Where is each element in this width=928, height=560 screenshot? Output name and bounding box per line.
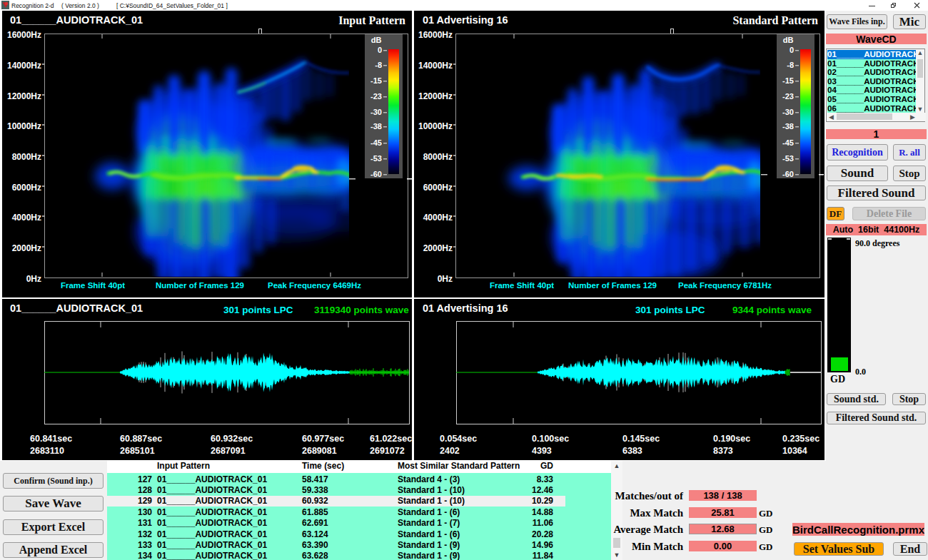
svg-text:-45: -45 bbox=[370, 138, 382, 147]
svg-text:dB: dB bbox=[783, 36, 794, 44]
svg-text:-60: -60 bbox=[782, 170, 794, 178]
svg-text:-15: -15 bbox=[782, 76, 794, 85]
svg-text:-60: -60 bbox=[370, 170, 382, 178]
svg-text:-23: -23 bbox=[370, 92, 382, 101]
svg-text:-53: -53 bbox=[782, 154, 794, 163]
svg-text:dB: dB bbox=[371, 36, 382, 44]
svg-text:-30: -30 bbox=[782, 108, 794, 116]
svg-text:0: 0 bbox=[790, 46, 794, 54]
svg-text:-8: -8 bbox=[375, 61, 382, 69]
svg-text:-15: -15 bbox=[370, 76, 382, 85]
svg-text:-45: -45 bbox=[782, 138, 794, 147]
svg-text:0: 0 bbox=[378, 46, 382, 54]
svg-text:-38: -38 bbox=[782, 122, 794, 131]
svg-text:-8: -8 bbox=[787, 61, 794, 69]
svg-text:-30: -30 bbox=[370, 108, 382, 116]
svg-text:-23: -23 bbox=[782, 92, 794, 101]
svg-text:-53: -53 bbox=[370, 154, 382, 163]
svg-text:-38: -38 bbox=[370, 122, 382, 131]
